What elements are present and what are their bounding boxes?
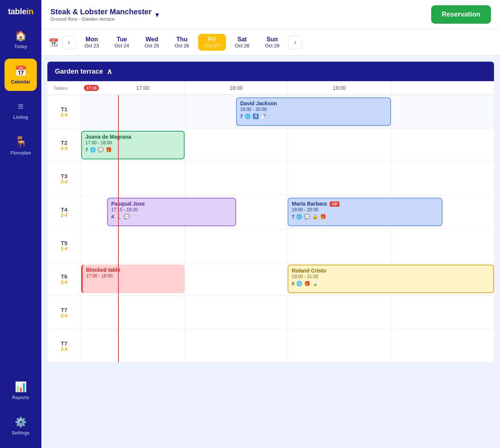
reservation-icons: 4 🚶 💬 bbox=[111, 214, 232, 219]
reservation-name: Roland Cristo bbox=[292, 268, 490, 274]
header-left: Steak & Lobster Manchester Ground floor … bbox=[50, 8, 159, 22]
calendar-icon: 📅 bbox=[15, 65, 27, 77]
day-button-tue[interactable]: Tue Oct 24 bbox=[108, 34, 136, 51]
row-timeline-t5 bbox=[81, 229, 494, 262]
table-row-t7b: T7 2-4 bbox=[47, 329, 494, 363]
reservation-name: Joana de Magrana bbox=[85, 134, 180, 140]
table-capacity-t4: 2-4 bbox=[61, 213, 67, 218]
calendar-picker-icon[interactable]: 📆 bbox=[49, 38, 58, 47]
reports-icon: 📊 bbox=[15, 381, 27, 393]
day-date-wed: Oct 25 bbox=[145, 43, 159, 48]
reservation-david-jackson[interactable]: David Jackson 18:30 - 20:00 7 🌐 ♿ 🍼 bbox=[236, 97, 391, 126]
section-header: Garden terrace ∧ bbox=[47, 62, 494, 81]
globe-icon: 🌐 bbox=[296, 281, 302, 286]
reservation-joana[interactable]: Joana de Magrana 17:00 - 18:00 7 🌐 💬 🎁 bbox=[81, 131, 185, 159]
header: Steak & Lobster Manchester Ground floor … bbox=[41, 0, 500, 29]
reservation-time: 17:15 - 18:30 bbox=[111, 207, 232, 212]
row-timeline-t4: Pasqual Jose 17:15 - 18:30 4 🚶 💬 Maria B… bbox=[81, 195, 494, 229]
day-button-thu[interactable]: Thu Oct 26 bbox=[168, 34, 196, 51]
reservation-maria[interactable]: Maria Barbara VIP 19:00 - 20:30 7 🌐 💬 🔒 … bbox=[288, 198, 442, 226]
reservation-time: 19:00 - 21:00 bbox=[292, 274, 490, 279]
sidebar-item-floorplan[interactable]: 🪑 Floorplan bbox=[5, 129, 37, 162]
gift-icon: 🎁 bbox=[304, 281, 310, 286]
table-row-t1: T1 2-4 David Jackson 18:30 - 20:00 bbox=[47, 95, 494, 129]
table-number-t5: T5 bbox=[61, 240, 68, 246]
timeline-wrapper: Tables 17:16 17:00 18:00 19:00 T1 2-4 bbox=[47, 81, 494, 363]
chat-icon: 💬 bbox=[124, 214, 130, 219]
table-info-t7b: T7 2-4 bbox=[47, 329, 81, 362]
reservation-icons: 8 🌐 🎁 🍃 bbox=[292, 281, 490, 286]
section-name: Garden terrace bbox=[55, 68, 103, 76]
day-navigation: 📆 ‹ Mon Oct 23 Tue Oct 24 Wed Oct 25 Thu… bbox=[41, 29, 500, 56]
table-row-t3: T3 2-4 bbox=[47, 162, 494, 195]
sidebar-label-reports: Reports bbox=[12, 395, 29, 400]
table-capacity-t2: 2-4 bbox=[61, 146, 67, 151]
table-info-t5: T5 2-4 bbox=[47, 229, 81, 262]
row-timeline-t3 bbox=[81, 162, 494, 195]
day-date-sun: Oct 29 bbox=[265, 43, 279, 48]
table-number-t7a: T7 bbox=[61, 307, 68, 313]
logo-in: in bbox=[26, 7, 33, 16]
blocked-table-t6[interactable]: Blocked table 17:00 - 18:00 bbox=[81, 265, 185, 293]
row-timeline-t2: Joana de Magrana 17:00 - 18:00 7 🌐 💬 🎁 bbox=[81, 129, 494, 162]
reservation-time: 18:30 - 20:00 bbox=[240, 107, 387, 112]
vip-badge: VIP bbox=[330, 201, 339, 207]
sidebar-item-calendar[interactable]: 📅 Calendar bbox=[5, 59, 37, 91]
table-capacity-t1: 2-4 bbox=[61, 112, 67, 118]
day-date-tue: Oct 24 bbox=[115, 43, 129, 48]
next-week-button[interactable]: › bbox=[288, 36, 302, 49]
blocked-time: 17:00 - 18:00 bbox=[86, 273, 181, 278]
chat-icon: 💬 bbox=[98, 147, 104, 153]
chat-icon: 💬 bbox=[304, 214, 310, 219]
day-button-mon[interactable]: Mon Oct 23 bbox=[78, 34, 106, 51]
table-row-t6: T6 2-4 Blocked table 17:00 - 18:00 Ro bbox=[47, 262, 494, 296]
row-timeline-t7a bbox=[81, 296, 494, 329]
section-collapse-button[interactable]: ∧ bbox=[107, 67, 112, 76]
day-date-sat: Oct 28 bbox=[235, 43, 249, 48]
day-button-wed[interactable]: Wed Oct 25 bbox=[138, 34, 166, 51]
day-button-sun[interactable]: Sun Oct 29 bbox=[258, 34, 286, 51]
tables-column-header: Tables bbox=[47, 81, 81, 95]
blocked-label: Blocked table bbox=[86, 267, 181, 273]
sidebar-label-settings: Settings bbox=[12, 430, 29, 436]
reservation-icons: 7 🌐 ♿ 🍼 bbox=[240, 114, 387, 119]
day-button-sat[interactable]: Sat Oct 28 bbox=[228, 34, 256, 51]
table-number-t2: T2 bbox=[61, 139, 68, 146]
prev-week-button[interactable]: ‹ bbox=[62, 36, 76, 49]
day-name-tue: Tue bbox=[117, 36, 127, 43]
main-content: Steak & Lobster Manchester Ground floor … bbox=[41, 0, 500, 448]
table-capacity-t7a: 2-4 bbox=[61, 313, 67, 318]
row-timeline-t7b bbox=[81, 329, 494, 362]
table-number-t1: T1 bbox=[61, 106, 68, 112]
current-time-badge: 17:16 bbox=[84, 85, 99, 91]
time-slot-18: 18:00 bbox=[185, 81, 288, 95]
leaf-icon: 🍃 bbox=[312, 281, 318, 286]
settings-icon: ⚙️ bbox=[15, 416, 27, 428]
table-row-t4: T4 2-4 Pasqual Jose 17:15 - 18:30 4 🚶 bbox=[47, 195, 494, 229]
day-date-mon: Oct 23 bbox=[85, 43, 99, 48]
sidebar-item-listing[interactable]: ≡ Listing bbox=[5, 94, 37, 126]
reservation-name: Pasqual Jose bbox=[111, 201, 232, 207]
reservation-pasqual[interactable]: Pasqual Jose 17:15 - 18:30 4 🚶 💬 bbox=[107, 198, 236, 226]
time-slot-17: 17:16 17:00 bbox=[81, 81, 185, 95]
table-row-t2: T2 2-4 Joana de Magrana 17:00 - 18:00 7 … bbox=[47, 129, 494, 162]
day-name-sat: Sat bbox=[238, 36, 247, 43]
reservation-icons: 7 🌐 💬 🎁 bbox=[85, 147, 180, 153]
sidebar-item-today[interactable]: 🏠 Today bbox=[5, 23, 37, 56]
dropdown-arrow-icon[interactable]: ▾ bbox=[155, 10, 159, 19]
highchair-icon: 🍼 bbox=[261, 114, 267, 119]
table-info-t7a: T7 2-4 bbox=[47, 296, 81, 329]
day-button-fri[interactable]: Fri Oct 27 bbox=[198, 34, 226, 51]
time-slot-19: 19:00 bbox=[288, 81, 391, 95]
sidebar-label-calendar: Calendar bbox=[11, 79, 30, 85]
reservation-icons: 7 🌐 💬 🔒 🎁 bbox=[292, 214, 438, 219]
reservation-roland[interactable]: Roland Cristo 19:00 - 21:00 8 🌐 🎁 🍃 bbox=[288, 265, 494, 293]
table-info-t6: T6 2-4 bbox=[47, 262, 81, 295]
time-17-label: 17:00 bbox=[136, 85, 149, 91]
day-name-wed: Wed bbox=[145, 36, 158, 43]
sidebar-item-settings[interactable]: ⚙️ Settings bbox=[5, 410, 37, 442]
reservation-button[interactable]: Reservation bbox=[431, 5, 491, 24]
sidebar-item-reports[interactable]: 📊 Reports bbox=[5, 374, 37, 407]
time-slot-end bbox=[391, 81, 494, 95]
reservation-time: 17:00 - 18:00 bbox=[85, 140, 180, 145]
